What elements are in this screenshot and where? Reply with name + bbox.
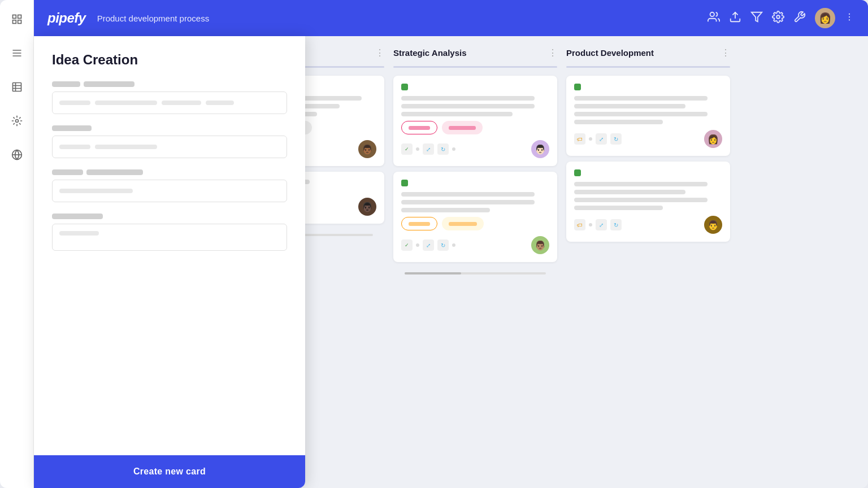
form-label-3: [52, 169, 287, 175]
input-placeholder: [162, 101, 201, 105]
card-line: [574, 96, 708, 101]
card-line: [401, 96, 535, 101]
column-menu-icon[interactable]: ⋮: [375, 47, 384, 58]
card-line: [574, 120, 663, 124]
badge-outline-pink: [401, 121, 437, 134]
card-tags: [574, 169, 722, 176]
pipefy-logo: pipefy: [47, 10, 86, 26]
label-block: [84, 81, 134, 87]
column-product-development-title: Product Development: [566, 48, 717, 58]
wrench-icon[interactable]: [793, 11, 806, 26]
card-line: [574, 182, 708, 186]
label-block: [86, 169, 143, 175]
refresh-icon[interactable]: ↻: [437, 239, 449, 251]
column-product-development: Product Development ⋮ 🏷: [566, 47, 730, 477]
check-icon[interactable]: ✓: [401, 143, 413, 155]
card-icons: 🏷 ⤢ ↻: [574, 219, 622, 230]
sidebar-item-automation[interactable]: [7, 111, 27, 131]
label-block: [52, 81, 80, 87]
card-icons: ✓ ⤢ ↻: [401, 143, 455, 155]
form-input-1[interactable]: [52, 91, 287, 114]
form-input-4[interactable]: [52, 224, 287, 251]
sidebar-item-list[interactable]: [7, 43, 27, 63]
svg-rect-3: [18, 20, 21, 24]
card-tags: [401, 84, 549, 90]
card-line: [574, 190, 685, 194]
filter-icon[interactable]: [750, 11, 763, 26]
card-badges: [401, 217, 549, 230]
svg-point-14: [710, 12, 714, 16]
card: 🏷 ⤢ ↻ 👩: [566, 76, 730, 156]
card-tags: [401, 180, 549, 186]
dot-indicator: [416, 147, 419, 151]
card: 🏷 ⤢ ↻ 👨: [566, 162, 730, 242]
card-tags: [574, 84, 722, 90]
label-block: [52, 169, 83, 175]
column-menu-icon[interactable]: ⋮: [548, 47, 557, 58]
input-placeholder: [59, 101, 90, 105]
column-strategic-analysis: Strategic Analysis ⋮: [393, 47, 557, 477]
user-avatar[interactable]: 👩: [815, 8, 835, 28]
column-strategic-analysis-title: Strategic Analysis: [393, 48, 544, 58]
card-line: [574, 104, 685, 108]
badge-outline-yellow: [401, 217, 437, 230]
tag-green: [574, 84, 581, 90]
tag-green: [401, 180, 408, 186]
label-block: [52, 213, 103, 219]
expand-icon[interactable]: ⤢: [423, 143, 434, 155]
column-strategic-analysis-header: Strategic Analysis ⋮: [393, 47, 557, 58]
svg-rect-0: [12, 15, 16, 19]
header: pipefy Product development process: [34, 0, 868, 36]
logo-text: pipefy: [47, 10, 86, 26]
form-input-2[interactable]: [52, 136, 287, 158]
column-menu-icon[interactable]: ⋮: [721, 47, 730, 58]
create-new-card-button[interactable]: Create new card: [34, 455, 305, 488]
card: ✓ ⤢ ↻ 👨🏽: [393, 172, 557, 262]
svg-point-18: [849, 13, 850, 14]
form-label-2: [52, 125, 287, 131]
scroll-thumb: [405, 272, 461, 274]
card-line: [401, 104, 535, 108]
check-icon[interactable]: ✓: [401, 239, 413, 251]
refresh-icon[interactable]: ↻: [437, 143, 449, 155]
card: ✓ ⤢ ↻ 👨🏻: [393, 76, 557, 166]
card-line: [401, 200, 535, 204]
card-footer: 🏷 ⤢ ↻ 👨: [574, 216, 722, 234]
refresh-icon[interactable]: ↻: [610, 133, 622, 145]
check-icon[interactable]: 🏷: [574, 133, 585, 145]
expand-icon[interactable]: ⤢: [596, 219, 607, 230]
header-right: 👩: [708, 8, 854, 28]
svg-marker-16: [752, 12, 762, 21]
form-input-3[interactable]: [52, 180, 287, 202]
form-label-1: [52, 81, 287, 87]
svg-point-19: [849, 16, 850, 17]
tag-green: [574, 169, 581, 176]
input-placeholder: [59, 231, 99, 236]
tag-green: [401, 84, 408, 90]
users-icon[interactable]: [708, 11, 720, 26]
sidebar-item-table[interactable]: [7, 77, 27, 97]
card-avatar: 👨: [704, 216, 722, 234]
expand-icon[interactable]: ⤢: [596, 133, 607, 145]
dot-indicator: [416, 243, 419, 247]
svg-point-17: [776, 15, 780, 19]
form-group-3: [52, 169, 287, 202]
refresh-icon[interactable]: ↻: [610, 219, 622, 230]
sidebar-item-grid[interactable]: [7, 9, 27, 29]
card-badges: [401, 121, 549, 134]
card-avatar: 👨🏿: [358, 198, 376, 216]
more-vertical-icon[interactable]: [844, 12, 854, 25]
card-avatar: 👨🏾: [358, 140, 376, 158]
card-line: [401, 192, 535, 197]
sidebar-item-globe[interactable]: [7, 145, 27, 165]
card-avatar: 👨🏻: [531, 140, 549, 158]
badge-fill-pink: [442, 121, 483, 134]
page-title: Product development process: [97, 14, 209, 23]
export-icon[interactable]: [729, 11, 741, 26]
input-placeholder: [59, 145, 90, 149]
column-underline: [566, 66, 730, 68]
settings-icon[interactable]: [772, 11, 784, 26]
check-icon[interactable]: 🏷: [574, 219, 585, 230]
expand-icon[interactable]: ⤢: [423, 239, 434, 251]
create-card-modal: Idea Creation: [34, 36, 305, 488]
